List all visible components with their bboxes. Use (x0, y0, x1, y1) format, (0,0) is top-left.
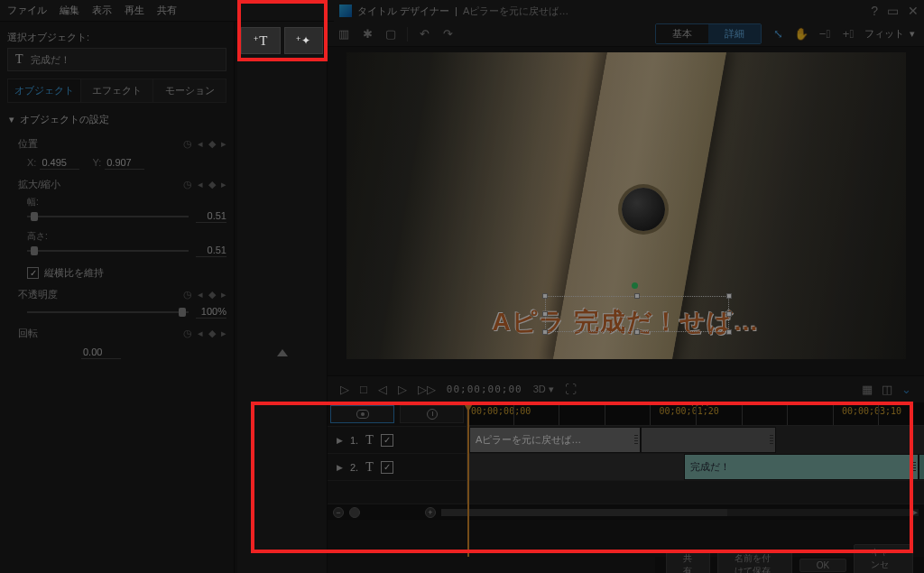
track-1-header[interactable]: ▶ 1. T ✓ (328, 427, 467, 453)
next-key-icon[interactable]: ▸ (221, 328, 226, 339)
height-slider[interactable] (27, 250, 189, 252)
track-2-header[interactable]: ▶ 2. T ✓ (328, 454, 467, 480)
grid-icon[interactable]: ▦ (862, 383, 873, 396)
timeline-scrollbar[interactable]: ◄► (441, 509, 919, 516)
clock-icon (427, 409, 438, 420)
prev-frame-icon[interactable]: ◁ (378, 383, 387, 396)
maximize-icon[interactable]: ▭ (887, 4, 899, 18)
opacity-header: 不透明度 ◷ ◂ ◆ ▸ (18, 285, 226, 304)
rotation-value[interactable]: 0.00 (81, 347, 121, 359)
expand-track-icon[interactable]: ▶ (337, 463, 343, 472)
expand-icon[interactable]: ⛶ (565, 383, 577, 396)
prev-key-icon[interactable]: ◂ (198, 179, 203, 190)
save-as-button[interactable]: 名前を付けて保存 (717, 550, 792, 573)
zoom-out-timeline-icon[interactable]: − (333, 507, 344, 518)
preview-canvas[interactable]: Aピラ 完成だ！せば… (346, 52, 906, 359)
stopwatch-icon[interactable]: ◷ (183, 289, 192, 300)
tab-effect[interactable]: エフェクト (81, 79, 154, 102)
selection-bounding-box[interactable] (545, 296, 729, 332)
close-icon[interactable]: ✕ (908, 4, 919, 18)
clip-track2-a[interactable]: 完成だ！ (684, 454, 919, 480)
redo-icon[interactable]: ↷ (440, 27, 455, 41)
menu-edit[interactable]: 編集 (60, 4, 79, 17)
track-1-lane[interactable]: Aピラーを元に戻せば… (467, 427, 924, 453)
opacity-value[interactable]: 100% (196, 306, 226, 319)
chat-tool-icon[interactable]: ▢ (383, 27, 398, 41)
stopwatch-icon[interactable]: ◷ (183, 179, 192, 190)
position-y-input[interactable]: 0.907 (105, 157, 144, 170)
preview-toolbar: ▥ ✱ ▢ ↶ ↷ 基本 詳細 ⤡ ✋ −⃝ +⃝ フィット▾ (328, 22, 924, 47)
add-key-icon[interactable]: ◆ (208, 289, 216, 300)
width-value[interactable]: 0.51 (196, 210, 226, 223)
position-x-input[interactable]: 0.495 (40, 157, 79, 170)
timeline-mode-timing[interactable] (400, 405, 464, 423)
sparkle-tool-icon[interactable]: ✱ (360, 27, 374, 41)
anchor-point-icon[interactable] (632, 282, 638, 289)
expand-track-icon[interactable]: ▶ (337, 436, 343, 445)
select-tool-icon[interactable]: ⤡ (771, 27, 785, 41)
add-key-icon[interactable]: ◆ (208, 179, 216, 190)
next-key-icon[interactable]: ▸ (221, 179, 226, 190)
chevron-down-icon: ▾ (9, 114, 14, 125)
pan-tool-icon[interactable]: ✋ (794, 27, 808, 41)
stopwatch-icon[interactable]: ◷ (183, 138, 192, 150)
opacity-slider[interactable] (27, 311, 189, 313)
ok-button[interactable]: OK (799, 559, 846, 572)
next-key-icon[interactable]: ▸ (221, 289, 226, 300)
collapse-panel-icon[interactable]: ⌄ (901, 383, 911, 396)
add-particle-button[interactable]: +✦ (284, 27, 324, 54)
zoom-out-icon[interactable]: −⃝ (818, 27, 832, 41)
panel-collapse-handle[interactable] (277, 349, 288, 356)
next-key-icon[interactable]: ▸ (221, 138, 226, 150)
prev-key-icon[interactable]: ◂ (198, 138, 203, 150)
add-key-icon[interactable]: ◆ (208, 328, 216, 339)
share-button[interactable]: 共有 (666, 550, 710, 573)
rotation-header: 回転 ◷ ◂ ◆ ▸ (18, 324, 226, 343)
timeline-track-2: ▶ 2. T ✓ 完成だ！ (328, 453, 924, 480)
add-text-button[interactable]: +T (241, 27, 281, 54)
play-icon[interactable]: ▷ (340, 383, 349, 396)
selected-object-field[interactable]: T 完成だ！ (7, 48, 226, 71)
keep-ratio-checkbox[interactable]: ✓ (27, 267, 39, 279)
fit-dropdown[interactable]: フィット▾ (864, 27, 915, 41)
width-slider[interactable] (27, 216, 189, 217)
3d-mode-toggle[interactable]: 3D ▾ (533, 384, 554, 395)
next-frame-icon[interactable]: ▷ (398, 383, 407, 396)
text-icon: T (15, 52, 23, 67)
seg-detail[interactable]: 詳細 (708, 24, 761, 43)
prev-key-icon[interactable]: ◂ (198, 289, 203, 300)
zoom-in-icon[interactable]: +⃝ (841, 27, 855, 41)
stop-icon[interactable]: □ (360, 383, 367, 396)
undo-icon[interactable]: ↶ (417, 27, 431, 41)
fast-forward-icon[interactable]: ▷▷ (418, 383, 436, 396)
track-2-lane[interactable]: 完成だ！ (467, 454, 924, 480)
track-1-visible-checkbox[interactable]: ✓ (381, 434, 393, 447)
menu-view[interactable]: 表示 (92, 4, 112, 17)
prev-key-icon[interactable]: ◂ (198, 328, 203, 339)
timecode-display[interactable]: 00;00;00;00 (447, 384, 522, 395)
cancel-button[interactable]: キャンセル (854, 544, 913, 573)
track-2-visible-checkbox[interactable]: ✓ (381, 461, 393, 474)
zoom-in-timeline-icon[interactable]: + (425, 507, 436, 518)
menu-share[interactable]: 共有 (157, 4, 177, 17)
timeline-playhead[interactable] (467, 402, 469, 557)
add-key-icon[interactable]: ◆ (208, 138, 216, 150)
menu-play[interactable]: 再生 (125, 4, 144, 17)
snap-icon[interactable]: ◫ (882, 383, 892, 396)
clip-track1-b[interactable] (641, 427, 776, 453)
timeline-ruler[interactable]: . . . . 00;00;00;00 00;00;01;20 00;00;03… (467, 402, 924, 426)
timeline-footer: − + ◄► (328, 504, 924, 520)
object-settings-header[interactable]: ▾ オブジェクトの設定 (7, 108, 226, 131)
seg-basic[interactable]: 基本 (656, 24, 708, 43)
shape-tool-icon[interactable]: ▥ (337, 27, 351, 41)
height-value[interactable]: 0.51 (196, 245, 226, 257)
stopwatch-icon[interactable]: ◷ (183, 328, 192, 339)
menu-file[interactable]: ファイル (7, 4, 47, 17)
clip-track2-b[interactable] (919, 454, 924, 480)
zoom-level-icon[interactable] (349, 507, 360, 518)
clip-track1-a[interactable]: Aピラーを元に戻せば… (469, 427, 641, 453)
help-icon[interactable]: ? (871, 4, 878, 18)
tab-motion[interactable]: モーション (153, 79, 226, 102)
tab-object[interactable]: オブジェクト (8, 79, 81, 102)
timeline-mode-visibility[interactable] (330, 405, 394, 423)
